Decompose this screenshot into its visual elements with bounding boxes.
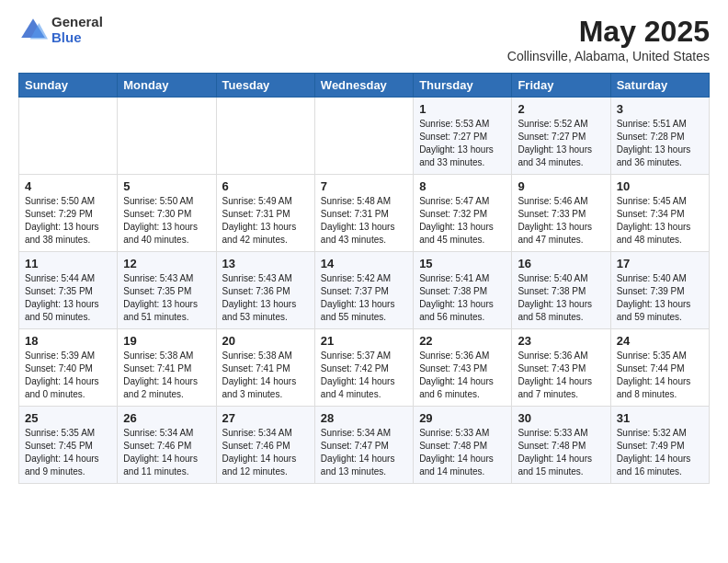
sunrise: Sunrise: 5:49 AM bbox=[222, 196, 292, 206]
day-number: 19 bbox=[123, 334, 210, 348]
daylight: Daylight: 14 hours and 16 minutes. bbox=[617, 454, 691, 477]
sunrise: Sunrise: 5:48 AM bbox=[321, 196, 391, 206]
daylight: Daylight: 14 hours and 7 minutes. bbox=[518, 376, 592, 399]
header-monday: Monday bbox=[118, 74, 216, 98]
sunset: Sunset: 7:43 PM bbox=[518, 363, 586, 373]
sunset: Sunset: 7:35 PM bbox=[25, 286, 93, 296]
day-number: 26 bbox=[123, 411, 210, 425]
cell-content: Sunrise: 5:45 AM Sunset: 7:34 PM Dayligh… bbox=[617, 195, 703, 247]
sunset: Sunset: 7:41 PM bbox=[222, 363, 290, 373]
daylight: Daylight: 13 hours and 47 minutes. bbox=[518, 222, 592, 245]
header-thursday: Thursday bbox=[414, 74, 512, 98]
sunrise: Sunrise: 5:46 AM bbox=[518, 196, 587, 206]
sunset: Sunset: 7:46 PM bbox=[123, 441, 191, 451]
sunset: Sunset: 7:48 PM bbox=[419, 441, 487, 451]
sunset: Sunset: 7:43 PM bbox=[419, 363, 487, 373]
sunrise: Sunrise: 5:43 AM bbox=[123, 273, 193, 283]
cell-content: Sunrise: 5:37 AM Sunset: 7:42 PM Dayligh… bbox=[321, 350, 407, 401]
daylight: Daylight: 13 hours and 42 minutes. bbox=[222, 222, 297, 245]
day-number: 15 bbox=[419, 257, 506, 270]
calendar-cell bbox=[19, 98, 118, 175]
sunrise: Sunrise: 5:40 AM bbox=[518, 273, 587, 283]
calendar-cell: 28 Sunrise: 5:34 AM Sunset: 7:47 PM Dayl… bbox=[314, 407, 413, 484]
header-sunday: Sunday bbox=[19, 74, 118, 98]
calendar-cell: 4 Sunrise: 5:50 AM Sunset: 7:29 PM Dayli… bbox=[19, 175, 118, 252]
calendar-cell bbox=[118, 98, 216, 175]
sunrise: Sunrise: 5:37 AM bbox=[321, 350, 391, 361]
cell-content: Sunrise: 5:43 AM Sunset: 7:36 PM Dayligh… bbox=[222, 272, 309, 324]
calendar-cell: 9 Sunrise: 5:46 AM Sunset: 7:33 PM Dayli… bbox=[512, 175, 610, 252]
daylight: Daylight: 13 hours and 55 minutes. bbox=[321, 299, 395, 322]
page-title: May 2025 bbox=[507, 15, 710, 49]
cell-content: Sunrise: 5:36 AM Sunset: 7:43 PM Dayligh… bbox=[419, 350, 506, 401]
week-row-3: 18 Sunrise: 5:39 AM Sunset: 7:40 PM Dayl… bbox=[19, 329, 710, 407]
daylight: Daylight: 13 hours and 36 minutes. bbox=[617, 144, 691, 167]
sunset: Sunset: 7:31 PM bbox=[321, 209, 389, 219]
cell-content: Sunrise: 5:43 AM Sunset: 7:35 PM Dayligh… bbox=[123, 272, 210, 324]
daylight: Daylight: 13 hours and 56 minutes. bbox=[419, 299, 494, 322]
logo-blue: Blue bbox=[51, 30, 103, 46]
sunset: Sunset: 7:34 PM bbox=[617, 209, 685, 219]
cell-content: Sunrise: 5:33 AM Sunset: 7:48 PM Dayligh… bbox=[419, 427, 506, 478]
daylight: Daylight: 13 hours and 51 minutes. bbox=[123, 299, 198, 322]
calendar-table: Sunday Monday Tuesday Wednesday Thursday… bbox=[18, 73, 710, 484]
cell-content: Sunrise: 5:34 AM Sunset: 7:46 PM Dayligh… bbox=[123, 427, 210, 478]
day-number: 12 bbox=[123, 257, 210, 270]
title-block: May 2025 Collinsville, Alabama, United S… bbox=[507, 15, 710, 63]
daylight: Daylight: 13 hours and 43 minutes. bbox=[321, 222, 395, 245]
sunrise: Sunrise: 5:39 AM bbox=[25, 350, 95, 361]
daylight: Daylight: 13 hours and 33 minutes. bbox=[419, 144, 494, 167]
sunrise: Sunrise: 5:33 AM bbox=[419, 428, 489, 438]
day-number: 8 bbox=[419, 179, 506, 193]
sunrise: Sunrise: 5:41 AM bbox=[419, 273, 489, 283]
sunset: Sunset: 7:31 PM bbox=[222, 209, 290, 219]
sunset: Sunset: 7:37 PM bbox=[321, 286, 389, 296]
sunrise: Sunrise: 5:52 AM bbox=[518, 119, 587, 129]
sunrise: Sunrise: 5:43 AM bbox=[222, 273, 292, 283]
week-row-2: 11 Sunrise: 5:44 AM Sunset: 7:35 PM Dayl… bbox=[19, 252, 710, 329]
calendar-cell: 31 Sunrise: 5:32 AM Sunset: 7:49 PM Dayl… bbox=[610, 407, 709, 484]
cell-content: Sunrise: 5:40 AM Sunset: 7:38 PM Dayligh… bbox=[518, 272, 604, 324]
sunset: Sunset: 7:38 PM bbox=[518, 286, 586, 296]
daylight: Daylight: 14 hours and 8 minutes. bbox=[617, 376, 691, 399]
sunrise: Sunrise: 5:34 AM bbox=[123, 428, 193, 438]
cell-content: Sunrise: 5:52 AM Sunset: 7:27 PM Dayligh… bbox=[518, 118, 604, 169]
cell-content: Sunrise: 5:32 AM Sunset: 7:49 PM Dayligh… bbox=[617, 427, 703, 478]
logo-text: General Blue bbox=[51, 15, 103, 45]
sunset: Sunset: 7:49 PM bbox=[617, 441, 685, 451]
cell-content: Sunrise: 5:35 AM Sunset: 7:45 PM Dayligh… bbox=[25, 427, 111, 478]
calendar-cell: 3 Sunrise: 5:51 AM Sunset: 7:28 PM Dayli… bbox=[610, 98, 709, 175]
daylight: Daylight: 14 hours and 9 minutes. bbox=[25, 454, 99, 477]
sunrise: Sunrise: 5:33 AM bbox=[518, 428, 587, 438]
calendar-cell: 25 Sunrise: 5:35 AM Sunset: 7:45 PM Dayl… bbox=[19, 407, 118, 484]
sunrise: Sunrise: 5:35 AM bbox=[617, 350, 687, 361]
cell-content: Sunrise: 5:39 AM Sunset: 7:40 PM Dayligh… bbox=[25, 350, 111, 401]
day-number: 28 bbox=[321, 411, 407, 425]
sunset: Sunset: 7:27 PM bbox=[419, 132, 487, 142]
day-number: 18 bbox=[25, 334, 111, 348]
calendar-cell: 5 Sunrise: 5:50 AM Sunset: 7:30 PM Dayli… bbox=[118, 175, 216, 252]
daylight: Daylight: 13 hours and 50 minutes. bbox=[25, 299, 99, 322]
day-number: 30 bbox=[518, 411, 604, 425]
calendar-cell: 23 Sunrise: 5:36 AM Sunset: 7:43 PM Dayl… bbox=[512, 329, 610, 407]
daylight: Daylight: 13 hours and 58 minutes. bbox=[518, 299, 592, 322]
sunset: Sunset: 7:30 PM bbox=[123, 209, 191, 219]
calendar-cell: 11 Sunrise: 5:44 AM Sunset: 7:35 PM Dayl… bbox=[19, 252, 118, 329]
daylight: Daylight: 14 hours and 12 minutes. bbox=[222, 454, 297, 477]
day-number: 16 bbox=[518, 257, 604, 270]
sunrise: Sunrise: 5:38 AM bbox=[222, 350, 292, 361]
day-number: 4 bbox=[25, 179, 111, 193]
day-number: 7 bbox=[321, 179, 407, 193]
daylight: Daylight: 14 hours and 4 minutes. bbox=[321, 376, 395, 399]
cell-content: Sunrise: 5:41 AM Sunset: 7:38 PM Dayligh… bbox=[419, 272, 506, 324]
daylight: Daylight: 14 hours and 0 minutes. bbox=[25, 376, 99, 399]
calendar-cell: 27 Sunrise: 5:34 AM Sunset: 7:46 PM Dayl… bbox=[216, 407, 314, 484]
cell-content: Sunrise: 5:38 AM Sunset: 7:41 PM Dayligh… bbox=[123, 350, 210, 401]
sunset: Sunset: 7:29 PM bbox=[25, 209, 93, 219]
cell-content: Sunrise: 5:46 AM Sunset: 7:33 PM Dayligh… bbox=[518, 195, 604, 247]
page: General Blue May 2025 Collinsville, Alab… bbox=[0, 0, 728, 563]
header: General Blue May 2025 Collinsville, Alab… bbox=[18, 15, 710, 63]
cell-content: Sunrise: 5:38 AM Sunset: 7:41 PM Dayligh… bbox=[222, 350, 309, 401]
cell-content: Sunrise: 5:50 AM Sunset: 7:29 PM Dayligh… bbox=[25, 195, 111, 247]
daylight: Daylight: 13 hours and 59 minutes. bbox=[617, 299, 691, 322]
